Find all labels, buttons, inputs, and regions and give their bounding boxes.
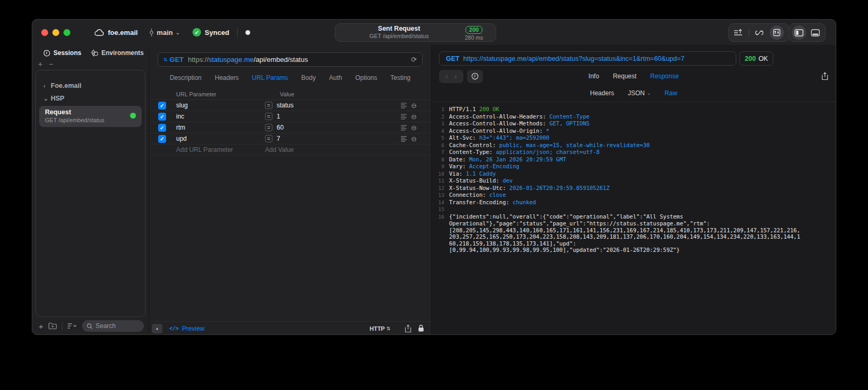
sort-filter-icon[interactable]	[67, 323, 77, 329]
param-checkbox-checked[interactable]: ✓	[158, 124, 166, 132]
request-tab-auth[interactable]: Auth	[329, 74, 342, 81]
sent-url-box[interactable]: GET https://statuspage.me/api/embed/stat…	[439, 51, 736, 66]
add-request-button[interactable]: +	[39, 322, 43, 331]
request-tab-description-label: Description	[170, 74, 202, 81]
param-name-field[interactable]: inc	[170, 113, 265, 120]
remove-param-icon[interactable]: ⊖	[411, 124, 417, 131]
search-icon	[87, 323, 93, 329]
response-tab-request[interactable]: Request	[613, 72, 637, 80]
sent-request-title: Sent Request	[341, 25, 458, 33]
resend-icon[interactable]: ⟳	[411, 56, 417, 64]
param-checkbox-checked[interactable]: ✓	[158, 102, 166, 110]
param-value-field[interactable]: status	[277, 102, 294, 109]
remove-param-icon[interactable]: ⊖	[411, 113, 417, 120]
toggle-sidebar-button-active[interactable]	[792, 25, 806, 40]
add-param-name[interactable]: Add URL Parameter	[170, 146, 265, 153]
preview-button[interactable]: </> Preview	[169, 325, 205, 332]
branch-selector[interactable]: main ⌄	[149, 29, 180, 37]
url-input[interactable]: ⇅ GET https://statuspage.me/api/embed/st…	[158, 52, 423, 67]
collapse-panel-button[interactable]: ▲	[152, 324, 162, 333]
reorder-handle-icon[interactable]	[400, 136, 407, 142]
export-response-icon[interactable]	[821, 72, 828, 80]
share-icon[interactable]	[405, 324, 412, 333]
sync-status[interactable]: ✓ Synced	[193, 28, 229, 37]
code-line: 2Access-Control-Allow-Headers: Content-T…	[434, 113, 829, 121]
request-tab-testing[interactable]: Testing	[390, 74, 410, 81]
param-value-field[interactable]: 7	[277, 135, 280, 142]
tree-item-request-selected[interactable]: Request GET /api/embed/status	[39, 106, 142, 127]
status-badge: 200	[465, 26, 482, 34]
sync-loop-icon[interactable]	[754, 29, 764, 37]
param-name-field[interactable]: rtm	[170, 124, 265, 131]
tree-group-foe-email[interactable]: › Foe.email	[36, 79, 145, 92]
equals-icon: =	[265, 135, 272, 142]
history-button[interactable]	[467, 70, 483, 83]
code-line: 1HTTP/1.1 200 OK	[434, 106, 829, 113]
footer-divider	[62, 322, 62, 330]
param-value-field[interactable]: 60	[277, 124, 284, 131]
response-time: 280 ms	[458, 34, 490, 41]
close-button[interactable]	[41, 29, 48, 36]
search-input[interactable]: Search	[82, 320, 144, 332]
tab-environments[interactable]: Environments	[91, 49, 144, 57]
project-menu[interactable]: foe.email	[95, 29, 138, 37]
remove-param-icon[interactable]: ⊖	[411, 102, 417, 109]
code-text: Access-Control-Allow-Methods: GET, OPTIO…	[449, 120, 590, 128]
search-placeholder: Search	[96, 322, 116, 330]
reorder-handle-icon[interactable]	[400, 125, 407, 131]
sent-request-pill[interactable]: Sent Request GET /api/embed/status 200 2…	[335, 23, 496, 42]
param-checkbox-checked[interactable]: ✓	[158, 135, 166, 143]
method-selector[interactable]: GET	[170, 56, 184, 64]
param-checkbox-cell: ✓	[158, 102, 170, 110]
line-number: 4	[434, 128, 444, 135]
tab-sessions[interactable]: Sessions	[43, 49, 81, 57]
param-name-field[interactable]: slug	[170, 102, 265, 109]
code-text: Alt-Svc: h3=":443"; ma=2592000	[449, 134, 550, 142]
param-value-field[interactable]: 1	[277, 113, 280, 120]
param-value-cell: =7	[265, 135, 400, 142]
code-text: X-Status-Now-Utc: 2026-01-26T20:29:59.85…	[449, 185, 609, 192]
request-tab-body[interactable]: Body	[301, 74, 316, 81]
lock-icon[interactable]	[418, 324, 424, 332]
request-section-tabs: DescriptionHeadersURL ParamsBodyAuthOpti…	[149, 67, 431, 89]
reorder-handle-icon[interactable]	[400, 103, 407, 108]
forward-button[interactable]: ›	[454, 72, 457, 80]
code-text: Vary: Accept-Encoding	[449, 163, 519, 170]
line-number: 2	[434, 113, 444, 121]
new-folder-icon[interactable]	[48, 322, 57, 330]
minimize-button[interactable]	[52, 29, 59, 36]
remove-param-icon[interactable]: ⊖	[411, 135, 417, 142]
request-tab-options-label: Options	[355, 74, 377, 81]
add-session-button[interactable]: +	[38, 61, 42, 69]
import-request-button-active[interactable]	[770, 25, 784, 40]
param-name-field[interactable]: upd	[170, 135, 265, 142]
response-subtab-headers[interactable]: Headers	[590, 89, 614, 97]
code-line: 13Connection: close	[434, 192, 829, 199]
response-subtabs: HeadersJSON⌄Raw	[432, 87, 836, 99]
request-tab-url-params[interactable]: URL Params	[252, 74, 288, 81]
request-tab-options[interactable]: Options	[355, 74, 377, 81]
add-param-value[interactable]: Add Value	[265, 146, 400, 153]
toggle-bottom-panel-button[interactable]	[808, 25, 823, 40]
response-subtab-json[interactable]: JSON⌄	[628, 89, 651, 97]
zoom-button[interactable]	[63, 29, 70, 36]
protocol-selector[interactable]: HTTP ⇅	[370, 325, 390, 332]
response-tab-response[interactable]: Response	[650, 72, 679, 80]
import-export-icon[interactable]	[734, 29, 743, 37]
response-tab-info[interactable]: Info	[589, 72, 599, 80]
param-checkbox-checked[interactable]: ✓	[158, 113, 166, 121]
code-text: Operational"},"page":"status","page_url"…	[449, 220, 710, 227]
code-line: 8Date: Mon, 26 Jan 2026 20:29:59 GMT	[434, 156, 829, 164]
response-subtab-raw[interactable]: Raw	[664, 89, 677, 97]
line-number: 15	[434, 206, 444, 213]
back-button[interactable]: ‹	[445, 72, 448, 80]
request-tab-description[interactable]: Description	[170, 74, 202, 81]
line-number: 13	[434, 192, 444, 199]
reorder-handle-icon[interactable]	[400, 114, 407, 120]
code-text: Access-Control-Allow-Headers: Content-Ty…	[449, 113, 590, 121]
tree-group-hsp[interactable]: ⌄ HSP	[36, 92, 145, 105]
request-item-title: Request	[45, 108, 136, 116]
request-tab-headers[interactable]: Headers	[215, 74, 239, 81]
url-path: /api/embed/status	[254, 56, 308, 64]
remove-session-button[interactable]: −	[49, 61, 53, 69]
